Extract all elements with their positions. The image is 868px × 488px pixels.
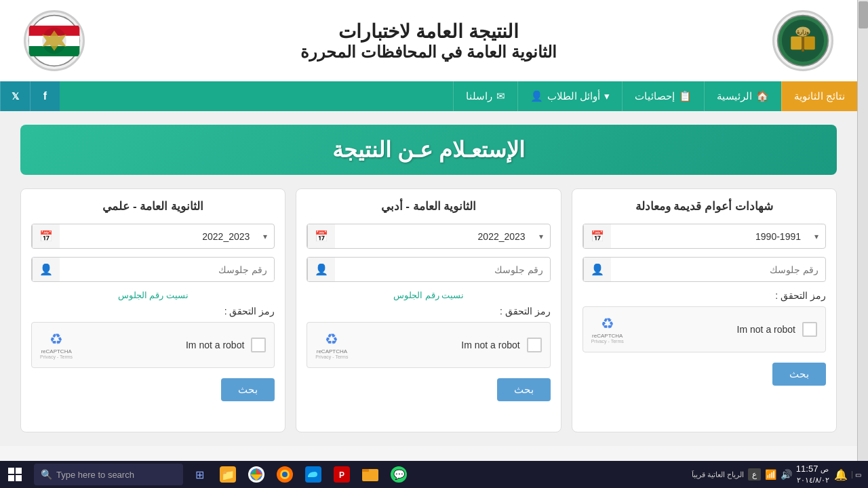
recaptcha-checkbox-1[interactable] xyxy=(527,338,542,352)
calendar-icon-2[interactable]: 📅 xyxy=(32,224,60,248)
recaptcha-box-0[interactable]: Im not a robot ♻ reCAPTCHA Privacy - Ter… xyxy=(583,306,826,352)
search-icon: 🔍 xyxy=(41,469,52,480)
navbar: نتائج الثانوية 🏠 الرئيسية 📋 إحصائيات ▾ أ… xyxy=(0,81,857,111)
recaptcha-checkbox-0[interactable] xyxy=(802,322,817,337)
header-title-line1: النتيجة العامة لاختبارات xyxy=(88,20,769,43)
stats-icon: 📋 xyxy=(679,90,692,102)
nav-label-results: نتائج الثانوية xyxy=(794,90,845,102)
taskbar-app-file-explorer[interactable]: 📁 xyxy=(214,461,241,488)
nav-label-top: أوائل الطلاب xyxy=(547,90,600,102)
forgot-link-2[interactable]: نسيت رقم الجلوس xyxy=(31,290,275,300)
nav-item-home[interactable]: 🏠 الرئيسية xyxy=(704,81,781,111)
seat-input-container-2: 👤 xyxy=(31,257,275,282)
taskbar-app-6[interactable] xyxy=(357,461,384,488)
cards-container: شهادات أعوام قديمة ومعادلة ▾ 1990-1991 📅… xyxy=(20,188,837,432)
mail-icon: ✉ xyxy=(496,90,505,102)
recaptcha-brand-1: reCAPTCHA xyxy=(317,348,347,354)
inquiry-banner: الإستعـلام عـن النتيجة xyxy=(20,125,837,175)
year-selector-2[interactable]: ▾ 2023_2022 📅 xyxy=(31,224,275,249)
seat-input-1[interactable] xyxy=(335,259,549,281)
recaptcha-left-0: Im not a robot xyxy=(737,322,817,337)
network-icon[interactable]: 📶 xyxy=(765,469,776,480)
taskbar-app-whatsapp[interactable]: 💬 xyxy=(385,461,412,488)
seat-input-2[interactable] xyxy=(60,259,274,281)
nav-item-contact[interactable]: ✉ راسلنا xyxy=(453,81,517,111)
recaptcha-checkbox-2[interactable] xyxy=(251,338,266,352)
edge-icon xyxy=(305,466,321,483)
user-seat-icon-2: 👤 xyxy=(32,258,60,281)
year-selector-1[interactable]: ▾ 2023_2022 📅 xyxy=(307,224,550,249)
app5-icon: P xyxy=(334,466,350,483)
inquiry-title: الإستعـلام عـن النتيجة xyxy=(33,137,825,163)
windows-logo-icon xyxy=(8,468,22,481)
show-desktop-icon[interactable]: ▭ xyxy=(852,471,861,479)
dropdown-arrow-1: ▾ xyxy=(532,226,550,247)
language-indicator[interactable]: ع xyxy=(748,468,761,481)
search-button-1[interactable]: بحث xyxy=(497,378,551,401)
scrollbar[interactable] xyxy=(857,0,868,461)
taskbar-app-5[interactable]: P xyxy=(328,461,355,488)
recaptcha-links-1: Privacy - Terms xyxy=(315,354,348,359)
svg-rect-22 xyxy=(362,469,369,472)
clock[interactable]: 11:57 ص ٢٠١٤/٨/٠٢ xyxy=(796,464,830,485)
recaptcha-brand-0: reCAPTCHA xyxy=(592,333,623,339)
seat-input-0[interactable] xyxy=(611,259,825,281)
seat-input-container-1: 👤 xyxy=(307,257,550,282)
search-button-0[interactable]: بحث xyxy=(772,363,826,386)
svg-rect-2 xyxy=(791,37,802,50)
nav-item-results[interactable]: نتائج الثانوية xyxy=(781,81,857,111)
captcha-label-1: رمز التحقق : xyxy=(307,306,550,317)
task-view-button[interactable]: ⊞ xyxy=(187,461,212,488)
card-literary: الثانوية العامة - أدبي ▾ 2023_2022 📅 👤 ن… xyxy=(296,188,561,432)
social-facebook[interactable]: f xyxy=(30,81,60,111)
search-button-2[interactable]: بحث xyxy=(221,378,275,401)
svg-rect-4 xyxy=(802,35,804,52)
header-title: النتيجة العامة لاختبارات الثانوية العامة… xyxy=(88,20,769,62)
taskbar-app-firefox[interactable] xyxy=(271,461,298,488)
recaptcha-text-1: Im not a robot xyxy=(461,340,519,350)
home-icon: 🏠 xyxy=(756,90,769,102)
twitter-icon: 𝕏 xyxy=(12,91,19,102)
header-title-line2: الثانوية العامة في المحافظات المحررة xyxy=(88,43,769,62)
card-title-2: الثانوية العامة - علمي xyxy=(31,199,275,214)
forgot-link-1[interactable]: نسيت رقم الجلوس xyxy=(307,290,550,300)
taskbar-apps: 📁 xyxy=(214,461,412,488)
svg-point-17 xyxy=(282,472,288,477)
recaptcha-box-2[interactable]: Im not a robot ♻ reCAPTCHA Privacy - Ter… xyxy=(31,322,275,368)
volume-icon[interactable]: 🔊 xyxy=(781,469,792,480)
svg-text:وزارة: وزارة xyxy=(797,29,809,35)
chevron-down-icon: ▾ xyxy=(604,90,610,102)
captcha-label-0: رمز التحقق : xyxy=(583,290,826,301)
taskbar-search-box[interactable]: 🔍 Type here to search xyxy=(34,464,183,485)
nav-item-top[interactable]: ▾ أوائل الطلاب 👤 xyxy=(517,81,622,111)
clock-time: 11:57 ص xyxy=(796,464,830,475)
logo-left xyxy=(20,7,88,75)
start-button[interactable] xyxy=(0,461,30,488)
taskbar-app-edge[interactable] xyxy=(300,461,327,488)
recaptcha-links-0: Privacy - Terms xyxy=(591,339,624,344)
card-title-1: الثانوية العامة - أدبي xyxy=(307,199,550,214)
recaptcha-right-1: ♻ reCAPTCHA Privacy - Terms xyxy=(315,331,348,359)
recaptcha-box-1[interactable]: Im not a robot ♻ reCAPTCHA Privacy - Ter… xyxy=(307,322,550,368)
notification-panel-icon[interactable]: 🔔 xyxy=(834,468,848,481)
firefox-icon xyxy=(277,466,293,483)
taskbar-search-placeholder: Type here to search xyxy=(56,470,134,480)
user-seat-icon-1: 👤 xyxy=(307,258,335,281)
nav-label-home: الرئيسية xyxy=(717,90,752,102)
card-title-0: شهادات أعوام قديمة ومعادلة xyxy=(583,199,826,214)
nav-item-stats[interactable]: 📋 إحصائيات xyxy=(622,81,704,111)
taskbar-app-chrome[interactable] xyxy=(243,461,270,488)
dropdown-arrow-0: ▾ xyxy=(808,226,825,247)
calendar-icon-1[interactable]: 📅 xyxy=(307,224,335,248)
recaptcha-logo-icon-0: ♻ xyxy=(601,315,614,333)
captcha-label-2: رمز التحقق : xyxy=(31,306,275,317)
svg-rect-3 xyxy=(804,37,815,50)
recaptcha-text-0: Im not a robot xyxy=(737,324,795,335)
year-selector-0[interactable]: ▾ 1990-1991 📅 xyxy=(583,224,826,249)
social-twitter[interactable]: 𝕏 xyxy=(0,81,30,111)
seat-input-container-0: 👤 xyxy=(583,257,826,282)
scrollbar-thumb[interactable] xyxy=(859,1,868,28)
svg-text:💬: 💬 xyxy=(393,469,406,481)
calendar-icon-0[interactable]: 📅 xyxy=(583,224,611,248)
recaptcha-logo-icon-2: ♻ xyxy=(50,331,63,348)
